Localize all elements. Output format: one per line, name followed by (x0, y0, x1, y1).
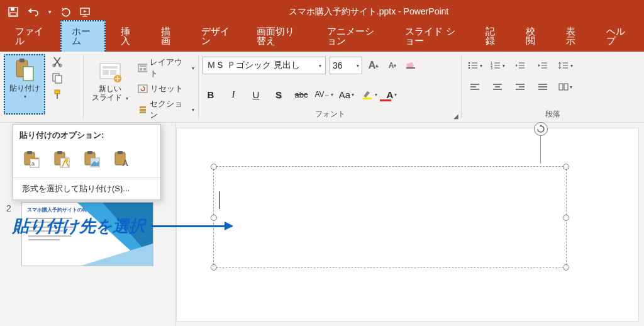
increase-font-icon[interactable]: A▴ (366, 58, 381, 73)
font-size-combo[interactable]: 36▾ (330, 57, 362, 74)
tab-home[interactable]: ホーム (60, 20, 106, 52)
resize-handle-icon[interactable] (211, 164, 217, 170)
tab-design[interactable]: デザイン (191, 21, 242, 52)
columns-button[interactable]: ▾ (556, 78, 575, 96)
svg-rect-78 (87, 151, 92, 154)
svg-rect-30 (140, 111, 146, 113)
paragraph-group-label: 段落 (465, 108, 640, 120)
font-color-button[interactable]: A▾ (384, 87, 400, 102)
svg-point-38 (469, 67, 470, 69)
paste-picture-icon[interactable] (80, 147, 104, 171)
decrease-font-icon[interactable]: A▾ (385, 58, 400, 73)
svg-rect-7 (19, 59, 25, 62)
svg-text:3: 3 (491, 66, 493, 70)
highlight-color-button[interactable]: ▾ (361, 87, 377, 102)
svg-point-34 (469, 62, 470, 64)
tab-help[interactable]: ヘルプ (596, 21, 639, 52)
svg-rect-67 (559, 84, 563, 90)
underline-button[interactable]: U (248, 87, 264, 102)
slideshow-from-start-icon[interactable] (78, 4, 94, 20)
annotation-callout: 貼り付け先を選択 (13, 215, 232, 237)
tab-record[interactable]: 記録 (475, 21, 511, 52)
decrease-indent-button[interactable] (511, 57, 530, 74)
paste-text-only-icon[interactable]: A (110, 147, 134, 171)
svg-rect-28 (140, 106, 146, 108)
window-title: スマホ購入予約サイト.pptx - PowerPoint (98, 6, 639, 18)
svg-rect-68 (564, 84, 568, 90)
tab-review[interactable]: 校閲 (516, 21, 551, 52)
svg-rect-29 (140, 109, 146, 111)
paste-keep-source-formatting-icon[interactable] (50, 147, 74, 171)
copy-icon[interactable] (50, 72, 64, 84)
slide-canvas[interactable] (176, 128, 639, 322)
reset-button[interactable]: リセット (138, 83, 194, 94)
paste-options-popup: 貼り付けのオプション: a A 形式を選択して貼り付け(S)... (13, 124, 161, 200)
save-icon[interactable] (5, 4, 21, 20)
paste-use-destination-theme-icon[interactable]: a (19, 147, 43, 171)
svg-rect-70 (27, 151, 32, 154)
redo-icon[interactable] (58, 4, 74, 20)
text-shadow-button[interactable]: S (270, 87, 287, 102)
increase-indent-button[interactable] (533, 57, 552, 74)
svg-rect-24 (140, 65, 146, 67)
format-painter-icon[interactable] (50, 88, 64, 101)
svg-rect-82 (118, 151, 123, 154)
tab-file[interactable]: ファイル (5, 21, 55, 52)
align-center-button[interactable] (488, 78, 507, 96)
line-spacing-button[interactable]: ▾ (556, 57, 575, 74)
tab-slideshow[interactable]: スライド ショー (395, 21, 470, 52)
svg-point-36 (469, 65, 470, 67)
svg-rect-18 (103, 70, 109, 75)
char-spacing-button[interactable]: AV↔▾ (316, 87, 332, 102)
paste-dropdown-icon: ▾ (24, 94, 26, 99)
bullets-button[interactable]: ▾ (465, 57, 484, 74)
svg-rect-76 (65, 159, 68, 162)
svg-text:A: A (122, 158, 129, 168)
group-paragraph: ▾ 123▾ ▾ ▾ 段落 (462, 52, 644, 122)
align-left-button[interactable] (465, 78, 484, 96)
tab-animations[interactable]: アニメーション (317, 21, 390, 52)
resize-handle-icon[interactable] (563, 164, 569, 170)
ribbon-tabs: ファイル ホーム 挿入 描画 デザイン 画面切り替え アニメーション スライド … (0, 24, 644, 52)
strikethrough-button[interactable]: abc (293, 87, 309, 102)
undo-dropdown-icon[interactable]: ▾ (45, 4, 54, 20)
svg-rect-15 (57, 94, 58, 99)
resize-handle-icon[interactable] (563, 264, 569, 271)
layout-button[interactable]: レイアウト▾ (138, 57, 194, 79)
annotation-arrow-icon (150, 225, 232, 227)
italic-button[interactable]: I (225, 87, 242, 102)
font-name-combo[interactable]: ＭＳ Ｐゴシック 見出し▾ (203, 57, 326, 74)
undo-icon[interactable] (25, 4, 42, 20)
svg-text:a: a (31, 160, 35, 167)
numbering-button[interactable]: 123▾ (488, 57, 507, 74)
tab-draw[interactable]: 描画 (151, 21, 186, 52)
tab-view[interactable]: 表示 (556, 21, 591, 52)
svg-rect-26 (143, 68, 146, 70)
svg-rect-2 (10, 13, 16, 16)
svg-rect-13 (55, 76, 62, 83)
paste-special-menuitem[interactable]: 形式を選択して貼り付け(S)... (13, 177, 160, 200)
resize-handle-icon[interactable] (563, 215, 569, 221)
paste-button[interactable]: 貼り付け ▾ (4, 54, 45, 115)
cut-icon[interactable] (50, 55, 64, 68)
title-textbox[interactable] (213, 166, 567, 268)
resize-handle-icon[interactable] (211, 264, 217, 271)
paste-label: 貼り付け (9, 83, 40, 94)
section-button[interactable]: セクション▾ (138, 98, 194, 121)
font-dialog-launcher-icon[interactable]: ◢ (453, 113, 458, 120)
align-right-button[interactable] (511, 78, 530, 96)
bold-button[interactable]: B (203, 87, 219, 102)
app-name: PowerPoint (404, 6, 449, 16)
svg-rect-74 (57, 151, 62, 154)
change-case-button[interactable]: Aa▾ (338, 87, 355, 102)
document-name: スマホ購入予約サイト.pptx (289, 6, 396, 16)
tab-transitions[interactable]: 画面切り替え (247, 21, 312, 52)
justify-button[interactable] (533, 78, 552, 96)
clear-formatting-icon[interactable] (404, 58, 419, 73)
tab-insert[interactable]: 挿入 (111, 21, 146, 52)
new-slide-button[interactable]: 新しい スライド ▾ (87, 54, 133, 110)
group-slides: 新しい スライド ▾ レイアウト▾ リセット セクション▾ (84, 52, 198, 122)
rotate-handle-icon[interactable] (534, 122, 548, 136)
svg-rect-17 (103, 66, 118, 69)
ribbon: 貼り付け ▾ 新しい スライド ▾ レイアウト (0, 52, 644, 123)
